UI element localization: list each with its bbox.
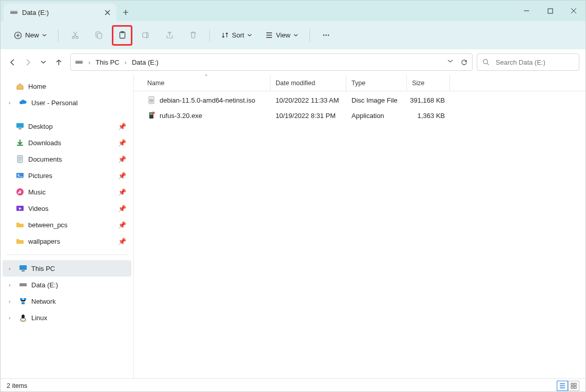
refresh-button[interactable] [460, 58, 468, 66]
svg-point-37 [152, 112, 155, 114]
file-list-area: Name ⌃ Date modified Type Size debian-11… [134, 75, 585, 378]
sort-label: Sort [232, 31, 244, 39]
chevron-right-icon[interactable]: › [9, 266, 15, 271]
sidebar-item-label: wallpapers [28, 238, 60, 245]
window-tab[interactable]: Data (E:) [4, 4, 116, 21]
pin-icon[interactable]: 📌 [118, 188, 126, 196]
sort-button[interactable]: Sort [216, 26, 257, 45]
address-bar[interactable]: › This PC › Data (E:) [70, 53, 473, 71]
file-icon [147, 111, 155, 120]
svg-rect-17 [16, 123, 24, 128]
sidebar-item-between-pcs[interactable]: between_pcs 📌 [3, 217, 131, 233]
file-size: 391,168 KB [407, 96, 450, 104]
sidebar-item-documents[interactable]: Documents 📌 [3, 151, 131, 167]
svg-point-16 [483, 60, 487, 64]
svg-rect-25 [22, 270, 25, 271]
paste-button[interactable] [112, 25, 132, 46]
share-button[interactable] [159, 25, 180, 46]
sidebar-item-desktop[interactable]: Desktop 📌 [3, 118, 131, 134]
sidebar-item-pictures[interactable]: Pictures 📌 [3, 167, 131, 184]
documents-icon [16, 155, 24, 163]
title-bar: Data (E:) [1, 1, 585, 21]
address-dropdown-icon[interactable] [447, 58, 453, 66]
search-icon [482, 58, 490, 66]
maximize-button[interactable] [538, 1, 562, 21]
toolbar: New Sort View [1, 21, 585, 49]
icons-view-toggle[interactable] [568, 381, 579, 391]
column-header-name[interactable]: Name ⌃ [142, 75, 270, 91]
new-button-label: New [25, 31, 39, 39]
svg-rect-7 [97, 33, 102, 38]
sidebar-item-label: This PC [31, 265, 55, 272]
file-row[interactable]: debian-11.5.0-amd64-netinst.iso10/20/202… [134, 92, 585, 108]
pin-icon[interactable]: 📌 [118, 238, 126, 245]
sidebar-item-user[interactable]: › User - Personal [3, 94, 131, 111]
downloads-icon [16, 139, 24, 147]
search-box[interactable] [477, 53, 579, 71]
svg-point-5 [75, 36, 77, 38]
pin-icon[interactable]: 📌 [118, 155, 126, 163]
svg-rect-10 [143, 33, 148, 37]
network-icon [19, 297, 27, 305]
sidebar-item-home[interactable]: Home [3, 78, 131, 94]
chevron-right-icon[interactable]: › [125, 58, 127, 66]
sidebar-item-linux[interactable]: › Linux [3, 309, 131, 326]
svg-rect-41 [574, 386, 576, 388]
chevron-right-icon[interactable]: › [9, 315, 15, 321]
pin-icon[interactable]: 📌 [118, 123, 126, 130]
sidebar: Home › User - Personal Desktop 📌 Downloa… [1, 75, 134, 378]
view-button[interactable]: View [260, 26, 303, 45]
sidebar-item-label: Home [28, 83, 46, 90]
details-view-toggle[interactable] [557, 381, 568, 391]
sidebar-item-label: Data (E:) [31, 281, 58, 289]
pin-icon[interactable]: 📌 [118, 139, 126, 147]
sidebar-item-wallpapers[interactable]: wallpapers 📌 [3, 233, 131, 249]
sidebar-item-label: Music [28, 188, 46, 196]
chevron-right-icon[interactable]: › [9, 100, 15, 106]
sort-indicator-icon: ⌃ [204, 74, 208, 79]
folder-icon [16, 237, 24, 245]
search-input[interactable] [495, 58, 574, 67]
sidebar-item-downloads[interactable]: Downloads 📌 [3, 134, 131, 151]
window-close-button[interactable] [562, 1, 585, 21]
file-date: 10/19/2022 8:31 PM [270, 112, 346, 120]
folder-icon [16, 221, 24, 229]
column-header-size[interactable]: Size [407, 75, 450, 91]
breadcrumb-this-pc[interactable]: This PC [95, 58, 119, 66]
new-button[interactable]: New [9, 26, 52, 45]
file-icon [147, 96, 155, 104]
pin-icon[interactable]: 📌 [118, 172, 126, 180]
back-button[interactable] [8, 57, 17, 67]
pin-icon[interactable]: 📌 [118, 221, 126, 229]
rename-button[interactable] [135, 25, 156, 46]
file-type: Disc Image File [346, 96, 407, 104]
column-header-date[interactable]: Date modified [270, 75, 346, 91]
tab-close-icon[interactable] [105, 10, 110, 15]
sidebar-item-videos[interactable]: Videos 📌 [3, 200, 131, 217]
chevron-right-icon[interactable]: › [9, 299, 15, 304]
forward-button[interactable] [23, 57, 32, 67]
minimize-button[interactable] [515, 1, 538, 21]
new-tab-button[interactable] [116, 4, 135, 21]
nav-row: › This PC › Data (E:) [1, 49, 585, 75]
up-button[interactable] [54, 57, 63, 67]
svg-rect-29 [22, 302, 25, 304]
tab-title: Data (E:) [22, 9, 49, 16]
pin-icon[interactable]: 📌 [118, 205, 126, 212]
cut-button[interactable] [65, 25, 85, 46]
sidebar-item-this-pc[interactable]: › This PC [3, 260, 131, 277]
view-label: View [276, 31, 290, 39]
delete-button[interactable] [183, 25, 203, 46]
column-header-type[interactable]: Type [346, 75, 407, 91]
file-row[interactable]: rufus-3.20.exe10/19/2022 8:31 PMApplicat… [134, 108, 585, 123]
sidebar-item-music[interactable]: Music 📌 [3, 184, 131, 200]
breadcrumb-current[interactable]: Data (E:) [132, 58, 159, 66]
copy-button[interactable] [88, 25, 109, 46]
chevron-right-icon[interactable]: › [88, 58, 90, 66]
sidebar-item-network[interactable]: › Network [3, 293, 131, 309]
status-bar: 2 items [1, 378, 585, 392]
chevron-right-icon[interactable]: › [9, 282, 15, 288]
recent-locations-button[interactable] [38, 57, 48, 67]
sidebar-item-data-drive[interactable]: › Data (E:) [3, 277, 131, 293]
more-button[interactable] [316, 25, 337, 46]
